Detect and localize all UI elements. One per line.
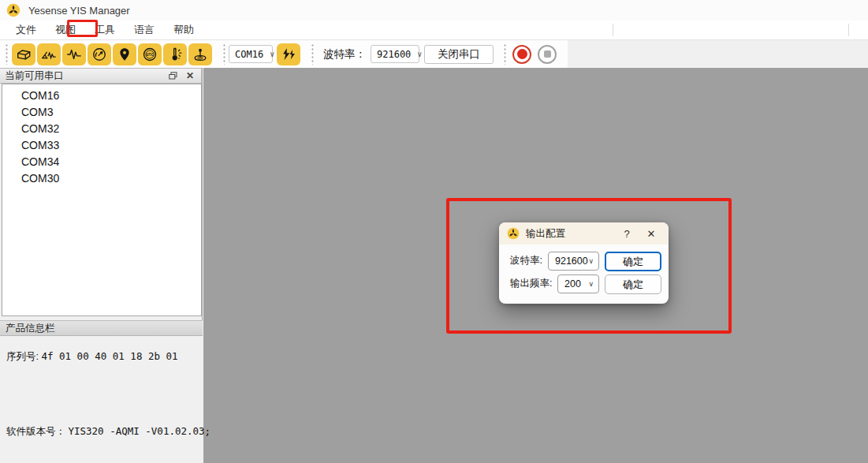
waveform-icon[interactable] (62, 43, 86, 65)
app-logo-icon (507, 227, 520, 240)
toolbar-drag-handle[interactable] (502, 43, 508, 65)
chevron-down-icon: ∨ (588, 257, 594, 265)
serial-number-row: 序列号: 4f 01 00 40 01 18 2b 01 (6, 350, 178, 364)
product-info-area: 序列号: 4f 01 00 40 01 18 2b 01 软件版本号： YIS3… (0, 336, 203, 463)
serial-number-value: 4f 01 00 40 01 18 2b 01 (41, 350, 177, 362)
dock-header: 当前可用串口 ✕ (0, 68, 202, 84)
baud-ok-button[interactable]: 确定 (605, 252, 661, 271)
toolbar-group-record (498, 40, 568, 68)
list-item-port[interactable]: COM3 (2, 104, 201, 121)
baud-select-value: 921600 (377, 49, 411, 60)
toolbar-drag-handle[interactable] (222, 43, 227, 65)
menu-bar: 文件 视图 工具 语言 帮助 (0, 21, 868, 40)
toolbar-drag-handle[interactable] (4, 43, 9, 65)
baud-select[interactable]: 921600 ∨ (371, 45, 419, 63)
gauge-icon[interactable] (88, 43, 111, 65)
utc-clock-icon[interactable]: UTC (138, 43, 162, 65)
angle-wave-icon[interactable] (37, 43, 61, 65)
software-version-row: 软件版本号： YIS320 -AQMI -V01.02.03; (6, 425, 210, 439)
record-icon[interactable] (512, 45, 531, 64)
toolbar-group-port: COM16 ∨ (218, 40, 306, 68)
app-logo-icon (6, 3, 20, 17)
toolbar-group-baud: 波特率： 921600 ∨ 关闭串口 (306, 40, 498, 68)
product-info-header: 产品信息栏 (0, 320, 203, 336)
toolbar-empty-space (568, 40, 868, 68)
software-version-value: YIS320 -AQMI -V01.02.03; (68, 425, 210, 437)
dialog-title: 输出配置 (526, 227, 618, 241)
menu-help[interactable]: 帮助 (165, 21, 203, 39)
dock-title: 当前可用串口 (5, 69, 162, 83)
toolbar-drag-handle[interactable] (310, 43, 315, 65)
main-toolbar: UTC COM16 ∨ (0, 40, 868, 68)
available-port-list: COM16 COM3 COM32 COM33 COM34 COM30 (2, 84, 202, 316)
dialog-baud-label: 波特率: (510, 254, 542, 267)
list-item-port[interactable]: COM30 (2, 170, 201, 187)
svg-text:UTC: UTC (146, 52, 153, 57)
toolbar-extension-separator (613, 24, 613, 36)
location-pin-icon[interactable] (113, 43, 136, 65)
float-window-icon[interactable] (166, 70, 179, 81)
output-rate-row: 输出频率: (510, 277, 552, 290)
dialog-titlebar[interactable]: 输出配置 ? ✕ (499, 222, 669, 245)
chevron-down-icon: ∨ (417, 50, 422, 58)
chevron-down-icon: ∨ (588, 280, 594, 288)
toolbar-extension-separator (848, 24, 849, 36)
3d-model-icon[interactable] (12, 43, 35, 65)
list-item-port[interactable]: COM16 (2, 88, 201, 104)
help-button[interactable]: ? (618, 228, 635, 240)
window-title: Yesense YIS Manager (28, 5, 130, 17)
baud-rate-label: 波特率： (323, 47, 366, 62)
close-icon[interactable]: ✕ (184, 70, 196, 81)
chevron-down-icon: ∨ (270, 50, 274, 58)
list-item-port[interactable]: COM32 (2, 121, 201, 137)
dialog-rate-select[interactable]: 200 ∨ (557, 274, 599, 293)
close-icon[interactable]: ✕ (642, 228, 661, 240)
dialog-rate-value: 200 (564, 278, 581, 289)
toolbar-group-views: UTC (0, 40, 218, 68)
dialog-baud-value: 921600 (555, 256, 588, 267)
serial-number-label: 序列号: (6, 351, 39, 362)
window-titlebar: Yesense YIS Manager (0, 0, 868, 21)
software-version-label: 软件版本号： (6, 426, 65, 437)
temperature-icon[interactable] (163, 43, 187, 65)
menu-view[interactable]: 视图 (47, 21, 84, 39)
stop-icon[interactable] (538, 45, 557, 64)
imu-sensor-icon[interactable] (188, 43, 212, 65)
close-serial-port-button[interactable]: 关闭串口 (424, 45, 494, 64)
list-item-port[interactable]: COM33 (2, 137, 201, 154)
rate-ok-button[interactable]: 确定 (605, 274, 661, 294)
refresh-lightning-icon[interactable] (277, 43, 300, 65)
menu-language[interactable]: 语言 (125, 21, 163, 39)
menu-file[interactable]: 文件 (7, 21, 45, 39)
list-item-port[interactable]: COM34 (2, 154, 201, 170)
output-config-dialog: 输出配置 ? ✕ 波特率: 921600 ∨ 确定 输出频率: 200 ∨ 确定 (499, 222, 669, 304)
baud-rate-row: 波特率: (510, 254, 542, 267)
dialog-baud-select[interactable]: 921600 ∨ (548, 252, 599, 271)
menu-tools[interactable]: 工具 (86, 21, 124, 39)
port-select[interactable]: COM16 ∨ (229, 45, 273, 63)
dialog-rate-label: 输出频率: (510, 277, 552, 290)
port-select-value: COM16 (235, 49, 263, 60)
serial-port-dock: 当前可用串口 ✕ COM16 COM3 COM32 COM33 COM34 CO… (0, 68, 203, 463)
